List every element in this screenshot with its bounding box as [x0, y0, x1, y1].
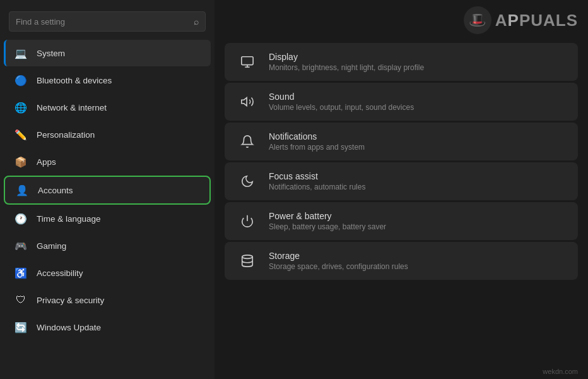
- setting-desc-power: Sleep, battery usage, battery saver: [269, 222, 386, 231]
- sidebar-item-label-update: Windows Update: [37, 323, 101, 332]
- sidebar-item-label-privacy: Privacy & security: [37, 296, 104, 305]
- sidebar-item-label-accounts: Accounts: [38, 186, 73, 195]
- sidebar: ⌕ 💻System🔵Bluetooth & devices🌐Network & …: [0, 0, 215, 379]
- nav-list: 💻System🔵Bluetooth & devices🌐Network & in…: [0, 39, 215, 341]
- setting-item-storage[interactable]: StorageStorage space, drives, configurat…: [225, 242, 578, 280]
- update-icon: 🔄: [14, 320, 28, 334]
- privacy-icon: 🛡: [14, 293, 28, 307]
- main-content: 🎩 APPUALS DisplayMonitors, brightness, n…: [215, 0, 588, 379]
- sidebar-item-label-system: System: [37, 49, 65, 58]
- search-bar[interactable]: ⌕: [9, 11, 206, 32]
- search-input[interactable]: [16, 17, 191, 27]
- sidebar-item-label-network: Network & internet: [37, 103, 107, 112]
- setting-text-notifications: NotificationsAlerts from apps and system: [269, 131, 365, 152]
- accounts-icon: 👤: [15, 183, 29, 197]
- apps-icon: 📦: [14, 155, 28, 169]
- watermark-area: 🎩 APPUALS: [464, 6, 578, 34]
- sidebar-item-label-gaming: Gaming: [37, 241, 66, 251]
- search-icon: ⌕: [194, 16, 199, 27]
- svg-marker-3: [242, 98, 247, 106]
- setting-item-power[interactable]: Power & batterySleep, battery usage, bat…: [225, 202, 578, 240]
- personalization-icon: ✏️: [14, 128, 28, 141]
- setting-text-storage: StorageStorage space, drives, configurat…: [269, 251, 408, 271]
- sidebar-item-privacy[interactable]: 🛡Privacy & security: [4, 287, 211, 313]
- sidebar-item-accessibility[interactable]: ♿Accessibility: [4, 260, 211, 286]
- sidebar-item-label-accessibility: Accessibility: [37, 268, 83, 278]
- settings-list: DisplayMonitors, brightness, night light…: [215, 38, 588, 286]
- sidebar-item-label-bluetooth: Bluetooth & devices: [37, 76, 112, 85]
- sidebar-item-update[interactable]: 🔄Windows Update: [4, 314, 211, 340]
- setting-text-power: Power & batterySleep, battery usage, bat…: [269, 211, 386, 231]
- sidebar-item-network[interactable]: 🌐Network & internet: [4, 94, 211, 121]
- watermark-text: APPUALS: [495, 11, 578, 30]
- setting-item-display[interactable]: DisplayMonitors, brightness, night light…: [225, 43, 578, 81]
- setting-item-focus[interactable]: Focus assistNotifications, automatic rul…: [225, 162, 578, 200]
- setting-desc-focus: Notifications, automatic rules: [269, 183, 365, 191]
- setting-desc-storage: Storage space, drives, configuration rul…: [269, 262, 408, 271]
- setting-text-display: DisplayMonitors, brightness, night light…: [269, 52, 424, 72]
- time-icon: 🕐: [14, 212, 28, 226]
- setting-title-sound: Sound: [269, 92, 414, 102]
- sidebar-item-system[interactable]: 💻System: [4, 40, 211, 66]
- sidebar-item-time[interactable]: 🕐Time & language: [4, 205, 211, 232]
- sidebar-item-apps[interactable]: 📦Apps: [4, 148, 211, 175]
- setting-title-power: Power & battery: [269, 211, 386, 221]
- setting-title-display: Display: [269, 52, 424, 62]
- setting-desc-sound: Volume levels, output, input, sound devi…: [269, 103, 414, 112]
- notifications-icon: [237, 131, 257, 152]
- setting-title-notifications: Notifications: [269, 131, 365, 141]
- sidebar-item-label-personalization: Personalization: [37, 130, 95, 140]
- setting-title-storage: Storage: [269, 251, 408, 261]
- svg-point-5: [242, 255, 253, 259]
- sidebar-item-label-apps: Apps: [37, 157, 56, 167]
- system-icon: 💻: [14, 46, 28, 60]
- setting-title-focus: Focus assist: [269, 171, 365, 181]
- setting-item-notifications[interactable]: NotificationsAlerts from apps and system: [225, 123, 578, 160]
- bluetooth-icon: 🔵: [14, 73, 28, 87]
- gaming-icon: 🎮: [14, 239, 28, 253]
- setting-text-sound: SoundVolume levels, output, input, sound…: [269, 92, 414, 112]
- svg-rect-0: [242, 57, 253, 65]
- bottom-watermark: wekdn.com: [543, 368, 578, 375]
- network-icon: 🌐: [14, 100, 28, 114]
- sidebar-item-bluetooth[interactable]: 🔵Bluetooth & devices: [4, 67, 211, 93]
- power-icon: [237, 211, 257, 231]
- brand-logo: 🎩: [464, 6, 491, 34]
- setting-item-sound[interactable]: SoundVolume levels, output, input, sound…: [225, 83, 578, 121]
- setting-text-focus: Focus assistNotifications, automatic rul…: [269, 171, 365, 191]
- storage-icon: [237, 251, 257, 271]
- setting-desc-display: Monitors, brightness, night light, displ…: [269, 63, 424, 72]
- sound-icon: [237, 92, 257, 112]
- sidebar-item-personalization[interactable]: ✏️Personalization: [4, 121, 211, 148]
- sidebar-item-accounts[interactable]: 👤Accounts: [4, 176, 211, 205]
- sidebar-item-label-time: Time & language: [37, 214, 101, 224]
- app-container: ⌕ 💻System🔵Bluetooth & devices🌐Network & …: [0, 0, 588, 379]
- accessibility-icon: ♿: [14, 266, 28, 280]
- focus-icon: [237, 171, 257, 191]
- setting-desc-notifications: Alerts from apps and system: [269, 143, 365, 152]
- sidebar-item-gaming[interactable]: 🎮Gaming: [4, 232, 211, 259]
- display-icon: [237, 52, 257, 72]
